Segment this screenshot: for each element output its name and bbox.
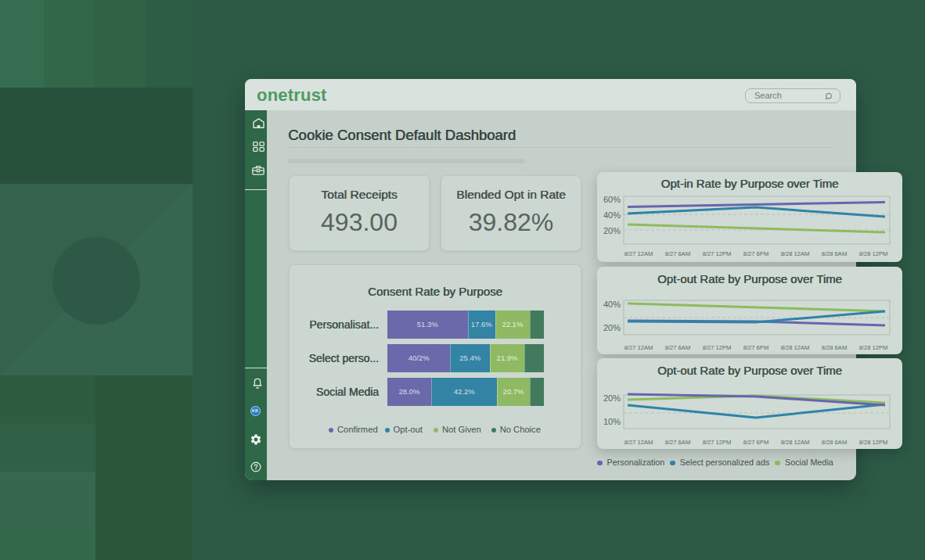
svg-text:8/27 6PM: 8/27 6PM <box>743 344 769 351</box>
svg-text:8/27 6AM: 8/27 6AM <box>665 439 691 446</box>
svg-text:40%: 40% <box>603 210 621 220</box>
svg-text:10%: 10% <box>603 417 621 426</box>
svg-text:8/27 12PM: 8/27 12PM <box>703 439 732 446</box>
svg-text:8/28 12PM: 8/28 12PM <box>859 344 888 351</box>
svg-text:8/27 6AM: 8/27 6AM <box>665 344 691 351</box>
svg-text:20%: 20% <box>603 226 621 235</box>
svg-text:8/27 6PM: 8/27 6PM <box>743 250 769 257</box>
svg-text:8/28 12AM: 8/28 12AM <box>781 250 810 257</box>
svg-text:60%: 60% <box>603 195 621 204</box>
svg-text:40%: 40% <box>603 300 621 309</box>
svg-text:8/27 12AM: 8/27 12AM <box>624 250 653 257</box>
svg-text:20%: 20% <box>603 323 621 332</box>
svg-text:8/27 12PM: 8/27 12PM <box>703 344 732 351</box>
svg-text:8/27 12AM: 8/27 12AM <box>624 344 653 351</box>
svg-text:8/28 12PM: 8/28 12PM <box>859 439 888 446</box>
svg-text:8/28 12AM: 8/28 12AM <box>781 439 810 446</box>
svg-text:8/28 6AM: 8/28 6AM <box>822 344 848 351</box>
svg-text:8/28 6AM: 8/28 6AM <box>822 439 848 446</box>
svg-text:8/28 6AM: 8/28 6AM <box>822 250 848 257</box>
svg-text:8/27 6AM: 8/27 6AM <box>665 250 691 257</box>
svg-text:8/27 12AM: 8/27 12AM <box>624 439 653 446</box>
svg-text:8/27 6PM: 8/27 6PM <box>743 439 769 446</box>
svg-text:8/28 12PM: 8/28 12PM <box>859 250 888 257</box>
svg-text:8/27 12PM: 8/27 12PM <box>703 250 732 257</box>
svg-text:20%: 20% <box>603 393 621 403</box>
svg-text:8/28 12AM: 8/28 12AM <box>781 344 810 351</box>
